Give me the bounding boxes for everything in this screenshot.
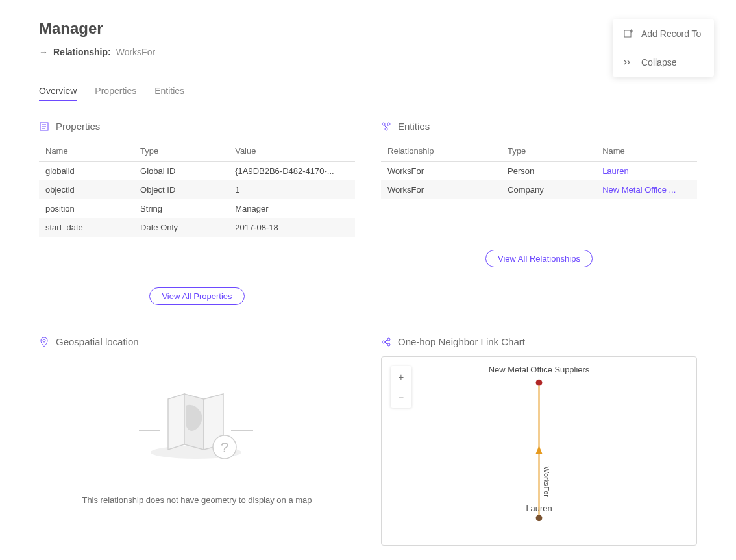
tab-overview[interactable]: Overview — [39, 82, 77, 101]
link-chart[interactable]: + − New Metal Office Suppliers WorksFor … — [381, 356, 697, 546]
svg-line-24 — [385, 339, 387, 342]
no-geometry-icon: ? — [132, 380, 262, 464]
table-row: globalid Global ID {1A9DB2B6-D482-4170-.… — [39, 162, 355, 181]
svg-line-10 — [384, 125, 386, 128]
tab-entities[interactable]: Entities — [154, 82, 184, 101]
view-all-relationships-button[interactable]: View All Relationships — [485, 250, 593, 267]
breadcrumb: → Relationship: WorksFor — [39, 47, 697, 57]
table-row: objectid Object ID 1 — [39, 180, 355, 199]
chart-section: One-hop Neighbor Link Chart + − New Meta… — [381, 336, 697, 546]
context-menu: Add Record To Collapse — [613, 19, 714, 77]
geo-heading: Geospatial location — [56, 336, 139, 347]
entity-link[interactable]: New Metal Office ... — [602, 185, 676, 195]
arrow-right-icon: → — [39, 47, 48, 57]
view-all-properties-button[interactable]: View All Properties — [149, 287, 244, 305]
chart-node-bottom[interactable] — [536, 515, 543, 521]
entities-table: Relationship Type Name WorksFor Person L… — [381, 141, 697, 199]
svg-line-11 — [386, 125, 388, 128]
svg-point-9 — [385, 128, 387, 130]
menu-collapse-label: Collapse — [641, 57, 676, 67]
svg-text:?: ? — [220, 439, 228, 456]
col-value: Value — [228, 141, 355, 162]
zoom-controls: + − — [391, 366, 411, 408]
svg-point-22 — [387, 338, 390, 341]
table-row: start_date Date Only 2017-08-18 — [39, 218, 355, 237]
svg-point-21 — [382, 341, 385, 343]
collapse-icon — [623, 57, 633, 67]
entities-heading: Entities — [398, 121, 430, 132]
zoom-out-button[interactable]: − — [391, 387, 411, 408]
breadcrumb-value: WorksFor — [116, 47, 155, 57]
geo-empty-msg: This relationship does not have geometry… — [39, 495, 355, 505]
properties-icon — [39, 121, 49, 132]
svg-point-23 — [387, 343, 390, 346]
properties-table: Name Type Value globalid Global ID {1A9D… — [39, 141, 355, 237]
chart-node-top-label: New Metal Office Suppliers — [489, 365, 589, 374]
chart-node-top[interactable] — [536, 380, 543, 386]
col-name: Name — [39, 141, 134, 162]
edge-arrow-icon — [536, 446, 543, 454]
entities-section: Entities Relationship Type Name WorksFor… — [381, 121, 697, 305]
chart-edge-label: WorksFor — [543, 467, 550, 497]
add-record-icon — [623, 29, 633, 39]
menu-add-record[interactable]: Add Record To — [613, 19, 714, 48]
svg-point-12 — [43, 339, 45, 342]
pin-icon — [39, 337, 49, 347]
chart-node-bottom-label: Lauren — [526, 504, 552, 513]
zoom-in-button[interactable]: + — [391, 366, 411, 387]
entities-icon — [381, 121, 391, 132]
link-chart-icon — [381, 337, 391, 347]
col-etype: Type — [501, 141, 596, 162]
table-row: WorksFor Person Lauren — [381, 162, 697, 181]
svg-marker-16 — [168, 394, 184, 450]
link-chart-svg: New Metal Office Suppliers WorksFor Laur… — [382, 357, 696, 545]
col-ename: Name — [596, 141, 697, 162]
menu-add-record-label: Add Record To — [641, 29, 701, 39]
svg-line-25 — [385, 342, 387, 345]
table-row: position String Manager — [39, 199, 355, 218]
chart-heading: One-hop Neighbor Link Chart — [398, 336, 525, 347]
menu-collapse[interactable]: Collapse — [613, 48, 714, 77]
page-title: Manager — [39, 19, 697, 38]
tab-properties[interactable]: Properties — [95, 82, 136, 101]
col-type: Type — [134, 141, 228, 162]
geo-section: Geospatial location ? This relat — [39, 336, 355, 546]
breadcrumb-label: Relationship: — [53, 47, 111, 57]
tabs: Overview Properties Entities — [39, 82, 697, 101]
properties-heading: Properties — [56, 121, 100, 132]
col-rel: Relationship — [381, 141, 501, 162]
properties-section: Properties Name Type Value globalid Glob… — [39, 121, 355, 305]
entity-link[interactable]: Lauren — [602, 166, 628, 176]
table-row: WorksFor Company New Metal Office ... — [381, 180, 697, 199]
